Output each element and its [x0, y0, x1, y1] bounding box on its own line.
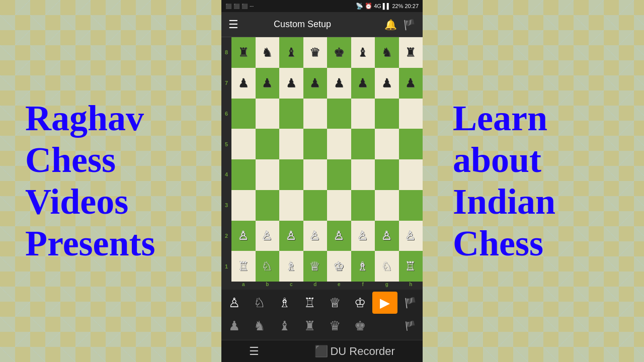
board-cell[interactable] — [399, 159, 423, 190]
board-cell[interactable]: ♙ — [399, 221, 423, 251]
board-cell[interactable] — [303, 99, 328, 129]
board-cell[interactable]: ♙ — [303, 221, 328, 251]
piece-black-bishop[interactable]: ♝ — [272, 315, 297, 337]
piece-black-pawn[interactable]: ♟ — [221, 315, 247, 337]
board-cell[interactable]: ♗ — [279, 251, 303, 282]
piece-picker: ♙ ♘ ♗ ♖ ♕ ♔ ▶ 🏴 ♟ ♞ ♝ ♜ ♛ ♚ 🏴 — [221, 290, 423, 340]
board-cell[interactable]: ♟ — [351, 68, 375, 99]
board-cell[interactable]: ♟ — [279, 68, 303, 99]
board-cell[interactable]: ♛ — [303, 37, 328, 68]
board-cell[interactable] — [375, 190, 399, 221]
board-cell[interactable]: ♙ — [279, 221, 303, 251]
piece-white-rook[interactable]: ♖ — [297, 292, 322, 314]
board-cell[interactable]: ♘ — [375, 251, 399, 282]
piece-play-button[interactable]: ▶ — [372, 292, 397, 314]
board-cell[interactable] — [231, 190, 256, 221]
piece-white-bishop[interactable]: ♗ — [272, 292, 297, 314]
piece-black-rook[interactable]: ♜ — [297, 315, 322, 337]
board-cell[interactable]: ♖ — [231, 251, 256, 282]
board-cell[interactable] — [327, 190, 351, 221]
board-cell[interactable] — [256, 190, 280, 221]
board-cell[interactable]: ♞ — [375, 37, 399, 68]
board-cell[interactable]: ♚ — [327, 37, 351, 68]
board-cell[interactable] — [327, 99, 351, 129]
board-cell[interactable] — [279, 190, 303, 221]
piece-cursor-icon[interactable]: 🏴 — [397, 292, 423, 314]
piece-white-knight[interactable]: ♘ — [247, 292, 272, 314]
board-cell[interactable] — [351, 190, 375, 221]
board-cell[interactable] — [279, 99, 303, 129]
board-cell[interactable]: ♙ — [256, 221, 280, 251]
board-cell[interactable] — [351, 99, 375, 129]
board-cell[interactable]: ♟ — [231, 68, 256, 99]
black-piece-row: ♟ ♞ ♝ ♜ ♛ ♚ 🏴 — [221, 315, 423, 337]
board-cell[interactable]: ♝ — [279, 37, 303, 68]
board-cell[interactable]: ♙ — [375, 221, 399, 251]
cast-icon: 📡 — [356, 3, 363, 10]
board-cell[interactable]: ♖ — [399, 251, 423, 282]
board-cell[interactable] — [399, 190, 423, 221]
board-cell[interactable] — [279, 159, 303, 190]
bottom-nav: ☰ ⬛ DU Recorder — [221, 340, 423, 362]
board-cell[interactable]: ♟ — [327, 68, 351, 99]
board-cell[interactable]: ♙ — [231, 221, 256, 251]
board-cell[interactable] — [375, 99, 399, 129]
row-label-1: 1 — [221, 251, 231, 282]
notification-icon[interactable]: 🔔 — [384, 19, 397, 31]
board-cell[interactable] — [256, 129, 280, 159]
left-line1: Raghav — [25, 98, 144, 139]
board-cell[interactable] — [231, 99, 256, 129]
board-cell[interactable]: ♝ — [351, 37, 375, 68]
col-labels: a b c d e f g h — [221, 282, 423, 290]
board-cell[interactable] — [375, 159, 399, 190]
board-cell[interactable] — [279, 129, 303, 159]
board-cell[interactable]: ♘ — [256, 251, 280, 282]
piece-white-queen[interactable]: ♕ — [322, 292, 347, 314]
col-f: f — [351, 282, 375, 290]
board-cell[interactable]: ♕ — [303, 251, 328, 282]
chess-board[interactable]: 8♜♞♝♛♚♝♞♜7♟♟♟♟♟♟♟♟65432♙♙♙♙♙♙♙♙1♖♘♗♕♔♗♘♖ — [221, 37, 423, 282]
board-cell[interactable]: ♗ — [351, 251, 375, 282]
piece-eraser-icon[interactable]: 🏴 — [397, 315, 423, 337]
board-cell[interactable] — [303, 159, 328, 190]
board-cell[interactable] — [399, 129, 423, 159]
board-cell[interactable] — [351, 129, 375, 159]
right-line4: Chess — [453, 223, 543, 264]
du-recorder-widget: ⬛ DU Recorder — [314, 345, 394, 358]
right-line1: Learn — [453, 98, 547, 139]
board-cell[interactable]: ♟ — [303, 68, 328, 99]
board-cell[interactable]: ♞ — [256, 37, 280, 68]
more-icon: ··· — [250, 4, 254, 9]
flag-icon[interactable]: 🏴 — [403, 19, 416, 31]
board-cell[interactable]: ♟ — [375, 68, 399, 99]
board-cell[interactable] — [327, 159, 351, 190]
board-cell[interactable]: ♟ — [256, 68, 280, 99]
board-cell[interactable]: ♜ — [231, 37, 256, 68]
board-cell[interactable]: ♙ — [351, 221, 375, 251]
row-label-4: 4 — [221, 159, 231, 190]
piece-black-queen[interactable]: ♛ — [322, 315, 347, 337]
menu-list-icon[interactable]: ☰ — [249, 345, 259, 358]
piece-white-pawn[interactable]: ♙ — [221, 292, 247, 314]
board-cell[interactable]: ♜ — [399, 37, 423, 68]
app-bar-title: Custom Setup — [221, 19, 384, 30]
right-line3: Indian — [453, 181, 555, 223]
board-cell[interactable]: ♟ — [399, 68, 423, 99]
board-cell[interactable]: ♔ — [327, 251, 351, 282]
board-cell[interactable] — [256, 99, 280, 129]
piece-black-knight[interactable]: ♞ — [247, 315, 272, 337]
board-cell[interactable] — [327, 129, 351, 159]
board-cell[interactable] — [375, 129, 399, 159]
board-cell[interactable] — [351, 159, 375, 190]
board-cell[interactable]: ♙ — [327, 221, 351, 251]
board-cell[interactable] — [399, 99, 423, 129]
board-cell[interactable] — [231, 129, 256, 159]
board-cell[interactable] — [303, 129, 328, 159]
board-cell[interactable] — [256, 159, 280, 190]
board-cell[interactable] — [231, 159, 256, 190]
piece-black-king[interactable]: ♚ — [347, 315, 372, 337]
piece-white-king[interactable]: ♔ — [347, 292, 372, 314]
white-piece-row: ♙ ♘ ♗ ♖ ♕ ♔ ▶ 🏴 — [221, 292, 423, 314]
board-cell[interactable] — [303, 190, 328, 221]
row-label-2: 2 — [221, 221, 231, 251]
